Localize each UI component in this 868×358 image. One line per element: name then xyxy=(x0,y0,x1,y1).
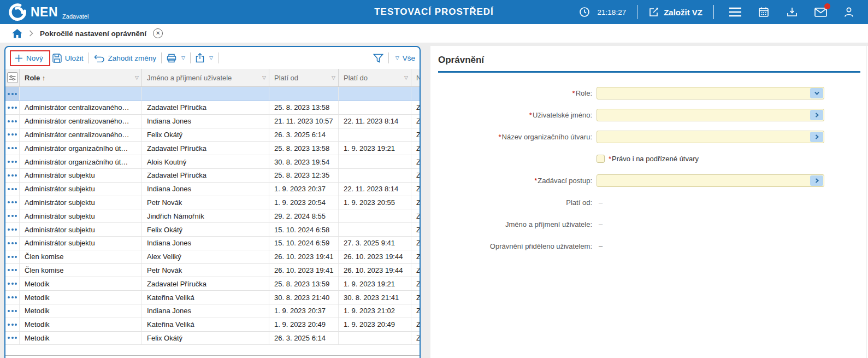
field-input-role[interactable] xyxy=(597,87,824,99)
row-actions-cell[interactable] xyxy=(5,101,20,114)
download-button[interactable] xyxy=(784,4,800,20)
row-actions-cell[interactable] xyxy=(5,250,20,263)
row-actions-cell[interactable] xyxy=(5,332,20,345)
row-actions-cell[interactable] xyxy=(5,115,20,128)
save-button[interactable]: Uložit xyxy=(52,54,84,63)
view-all-dropdown[interactable]: ▽ Vše xyxy=(394,54,415,62)
row-actions-cell[interactable] xyxy=(5,318,20,331)
table-row[interactable]: Administrátor subjektuIndiana Jones1. 9.… xyxy=(5,183,420,196)
export-button[interactable]: ▽ xyxy=(196,53,213,63)
table-row[interactable]: Člen komiseAlex Veliký26. 10. 2023 19:41… xyxy=(5,250,420,264)
cell-valid-from: 1. 9. 2023 20:37 xyxy=(269,304,339,318)
table-row[interactable]: Administrátor subjektuIndiana Jones15. 1… xyxy=(5,237,420,250)
row-actions-cell[interactable] xyxy=(5,209,20,222)
nen-logo[interactable]: NEN Zadavatel xyxy=(9,3,88,21)
table-row[interactable]: Administrátor subjektuZadavatel Příručka… xyxy=(5,169,420,183)
table-row[interactable]: Administrátor centralizovaného…Zadavatel… xyxy=(5,101,420,115)
checkbox-právo-i-na-podřízené-útvary[interactable] xyxy=(597,155,605,163)
cell-valid-from: 30. 8. 2023 21:40 xyxy=(269,291,339,304)
table-row[interactable]: MetodikIndiana Jones1. 9. 2023 20:371. 9… xyxy=(5,304,420,318)
lookup-open-button[interactable] xyxy=(810,175,823,186)
column-filter-icon[interactable]: ▽ xyxy=(262,75,266,80)
table-row[interactable]: Administrátor subjektuJindřich Námořník2… xyxy=(5,209,420,223)
lookup-open-button[interactable] xyxy=(810,132,823,142)
column-filter-icon[interactable]: ▽ xyxy=(404,75,408,80)
table-row[interactable]: Administrátor organizačního út…Alois Kou… xyxy=(5,155,420,169)
cell-valid-to xyxy=(339,223,411,236)
row-actions-icon xyxy=(8,215,17,217)
edit-icon xyxy=(648,7,659,17)
row-actions-cell[interactable] xyxy=(5,87,20,101)
row-actions-icon xyxy=(8,147,17,149)
row-actions-cell[interactable] xyxy=(5,155,20,168)
cell-partial: Z xyxy=(411,142,420,155)
field-label-platí-od: Platí od: xyxy=(438,198,597,207)
row-actions-cell[interactable] xyxy=(5,277,20,290)
table-row[interactable]: MetodikZadavatel Příručka25. 8. 2023 13:… xyxy=(5,277,420,291)
cell-role: Administrátor subjektu xyxy=(20,237,142,250)
save-button-label: Uložit xyxy=(65,54,84,62)
home-icon[interactable] xyxy=(12,29,22,38)
new-button[interactable]: Nový xyxy=(15,54,43,62)
create-vz-button[interactable]: Založit VZ xyxy=(648,7,702,17)
row-actions-cell[interactable] xyxy=(5,291,20,304)
column-filter-icon[interactable]: ▽ xyxy=(135,75,139,80)
cell-user-name: Jindřich Námořník xyxy=(142,209,269,222)
close-circle-icon[interactable]: ✕ xyxy=(153,28,163,38)
field-input-název-organizačního-útvaru[interactable] xyxy=(597,131,824,143)
column-filter-icon[interactable]: ▽ xyxy=(332,75,335,80)
field-control-oprávnění-přiděleno-uživatelem: – xyxy=(597,242,603,250)
cell-role: Administrátor subjektu xyxy=(20,169,142,182)
row-actions-cell[interactable] xyxy=(5,237,20,250)
form-row-název-organizačního-útvaru: *Název organizačního útvaru: xyxy=(438,131,860,143)
print-button[interactable]: ▽ xyxy=(167,54,185,63)
discard-changes-button[interactable]: Zahodit změny xyxy=(94,54,157,62)
user-button[interactable] xyxy=(841,4,857,20)
row-actions-cell[interactable] xyxy=(5,142,20,155)
menu-button[interactable] xyxy=(728,4,743,20)
select-open-button[interactable] xyxy=(810,88,823,98)
row-actions-cell[interactable] xyxy=(5,128,20,142)
table-row[interactable]: MetodikKateřina Veliká30. 8. 2023 21:403… xyxy=(5,291,420,304)
row-actions-icon xyxy=(8,188,17,190)
cell-role: Administrátor centralizovaného… xyxy=(20,115,142,128)
column-header-role[interactable]: Role ↑▽ xyxy=(20,69,142,86)
filter-button[interactable] xyxy=(373,54,383,63)
row-actions-icon xyxy=(8,133,17,136)
field-input-uživatelské-jméno[interactable] xyxy=(597,109,824,121)
column-settings-cell[interactable] xyxy=(5,69,20,86)
cell-partial: Z xyxy=(411,277,420,290)
row-actions-cell[interactable] xyxy=(5,223,20,236)
row-actions-cell[interactable] xyxy=(5,196,20,209)
panel-right-edge xyxy=(866,46,866,358)
lookup-open-button[interactable] xyxy=(810,110,823,120)
table-row[interactable]: Administrátor centralizovaného…Felix Oká… xyxy=(5,128,420,142)
row-actions-icon xyxy=(8,93,17,95)
field-input-zadávací-postup[interactable] xyxy=(597,174,824,187)
table-row[interactable]: Administrátor centralizovaného…Indiana J… xyxy=(5,115,420,128)
row-actions-cell[interactable] xyxy=(5,264,20,277)
table-row[interactable]: Administrátor subjektuPetr Novák1. 9. 20… xyxy=(5,196,420,210)
table-row[interactable]: MetodikKateřina Veliká1. 9. 2023 20:491.… xyxy=(5,318,420,332)
column-header-jm-no-a-p-jmen-u-ivatele[interactable]: Jméno a příjmení uživatele▽ xyxy=(142,69,269,86)
cell-valid-from: 25. 8. 2023 13:58 xyxy=(269,142,339,155)
field-control-právo-i-na-podřízené-útvary: *Právo i na podřízené útvary xyxy=(597,155,699,163)
cell-user-name: Felix Okátý xyxy=(142,128,269,142)
mail-button[interactable] xyxy=(813,4,828,20)
calendar-button[interactable] xyxy=(756,4,771,20)
row-actions-cell[interactable] xyxy=(5,304,20,318)
row-actions-cell[interactable] xyxy=(5,169,20,182)
column-header-plat-od[interactable]: Platí od▽ xyxy=(269,69,339,86)
filter-icon xyxy=(373,54,383,63)
table-row[interactable]: Administrátor organizačního út…Zadavatel… xyxy=(5,142,420,155)
column-header-partial[interactable]: N xyxy=(411,69,420,86)
column-header-plat-do[interactable]: Platí do▽ xyxy=(339,69,411,86)
cell-user-name: Kateřina Veliká xyxy=(142,318,269,331)
table-row-new-unsaved[interactable] xyxy=(5,87,420,101)
row-actions-icon xyxy=(8,120,17,122)
table-row[interactable]: MetodikFelix Okátý26. 3. 2025 6:14Z xyxy=(5,332,420,345)
server-time: 21:18:27 xyxy=(598,8,627,16)
table-row[interactable]: Administrátor subjektuFelix Okátý15. 10.… xyxy=(5,223,420,237)
table-row[interactable]: Člen komisePetr Novák26. 10. 2023 19:412… xyxy=(5,264,420,278)
row-actions-cell[interactable] xyxy=(5,183,20,196)
